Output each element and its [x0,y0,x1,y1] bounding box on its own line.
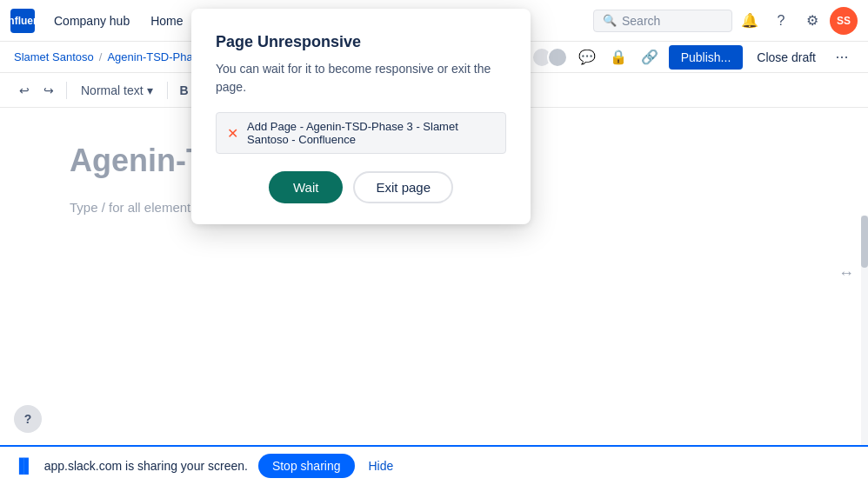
help-icon[interactable]: ? [767,7,795,35]
modal-title: Page Unresponsive [216,33,506,51]
dropdown-arrow-icon: ▾ [147,83,153,97]
tab-close-icon: ✕ [227,125,238,142]
expand-icon[interactable]: ↔ [838,264,854,282]
redo-button[interactable]: ↪ [38,80,59,101]
user-avatar[interactable]: SS [830,7,858,35]
modal-tab-row: ✕ Add Page - Agenin-TSD-Phase 3 - Slamet… [216,112,506,154]
undo-button[interactable]: ↩ [14,80,35,101]
close-draft-button[interactable]: Close draft [750,45,823,70]
modal-description: You can wait for it to become responsive… [216,60,506,96]
publish-button[interactable]: Publish... [669,45,744,70]
share-message: app.slack.com is sharing your screen. [44,459,248,473]
notifications-icon[interactable]: 🔔 [736,7,764,35]
stop-sharing-button[interactable]: Stop sharing [258,454,355,478]
page-unresponsive-dialog: Page Unresponsive You can wait for it to… [191,9,531,224]
text-style-label: Normal text [81,83,144,97]
share-screen-icon: ▐▌ [14,458,34,474]
undo-icon: ↩ [19,83,30,97]
text-style-select[interactable]: Normal text ▾ [74,80,160,101]
logo-text: Confluence [0,15,51,27]
search-icon: 🔍 [603,14,617,27]
toolbar-divider-1 [66,82,67,99]
screen-share-bar: ▐▌ app.slack.com is sharing your screen.… [0,445,868,485]
breadcrumb-home[interactable]: Slamet Santoso [14,50,94,63]
modal-actions: Wait Exit page [216,171,506,203]
nav-company-hub[interactable]: Company hub [45,10,138,31]
more-options-button[interactable]: ··· [830,45,854,70]
settings-icon[interactable]: ⚙ [798,7,826,35]
breadcrumb-separator: / [99,50,103,63]
hide-button[interactable]: Hide [365,454,397,478]
link-icon[interactable]: 🔗 [638,45,662,70]
help-button[interactable]: ? [14,405,42,433]
search-placeholder: Search [622,14,660,28]
nav-home[interactable]: Home [142,10,191,31]
collaborator-avatar-2 [547,47,568,68]
toolbar-divider-2 [167,82,168,99]
exit-page-button[interactable]: Exit page [353,171,453,203]
comment-icon[interactable]: 💬 [575,45,599,70]
redo-icon: ↪ [43,83,54,97]
search-bar[interactable]: 🔍 Search [593,10,732,32]
wait-button[interactable]: Wait [269,171,343,203]
app-logo[interactable]: Confluence [10,9,35,33]
restriction-icon[interactable]: 🔒 [606,45,631,70]
modal-tab-text: Add Page - Agenin-TSD-Phase 3 - Slamet S… [247,120,495,146]
